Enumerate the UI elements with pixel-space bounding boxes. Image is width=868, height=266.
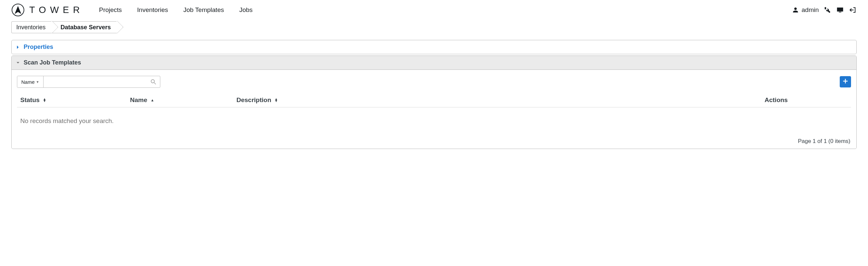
panel-properties-header[interactable]: Properties bbox=[12, 40, 856, 54]
panel-properties-title: Properties bbox=[24, 43, 53, 51]
breadcrumb: Inventories Database Servers bbox=[11, 21, 857, 33]
user-name: admin bbox=[802, 6, 819, 13]
logout-icon[interactable] bbox=[849, 6, 857, 14]
panel-scan-job-templates-header[interactable]: Scan Job Templates bbox=[12, 56, 856, 70]
panel-properties: Properties bbox=[11, 40, 857, 54]
chevron-down-icon: ▼ bbox=[36, 80, 39, 84]
brand-name: TOWER bbox=[29, 5, 84, 15]
plus-icon bbox=[842, 78, 849, 86]
portal-icon[interactable] bbox=[836, 6, 844, 14]
setup-icon[interactable] bbox=[824, 6, 831, 14]
panel-scan-job-templates-title: Scan Job Templates bbox=[24, 59, 81, 66]
caret-right-icon bbox=[16, 45, 20, 49]
svg-rect-1 bbox=[837, 8, 843, 12]
nav-job-templates[interactable]: Job Templates bbox=[183, 6, 224, 13]
column-status[interactable]: Status ▲▼ bbox=[20, 96, 130, 104]
current-user[interactable]: admin bbox=[792, 6, 819, 14]
sort-icon: ▲▼ bbox=[43, 98, 46, 102]
user-icon bbox=[792, 6, 800, 14]
nav-projects[interactable]: Projects bbox=[99, 6, 122, 13]
search-input[interactable] bbox=[47, 76, 150, 88]
column-actions: Actions bbox=[765, 96, 848, 104]
search-icon[interactable] bbox=[150, 78, 157, 85]
caret-down-icon bbox=[16, 62, 20, 64]
sort-icon: ▲▼ bbox=[275, 98, 278, 102]
breadcrumb-inventories[interactable]: Inventories bbox=[11, 21, 52, 33]
breadcrumb-current[interactable]: Database Servers bbox=[52, 21, 117, 33]
search-field-select[interactable]: Name ▼ bbox=[17, 76, 43, 88]
svg-line-4 bbox=[154, 83, 156, 85]
nav-jobs[interactable]: Jobs bbox=[239, 6, 252, 13]
logo-icon bbox=[11, 3, 25, 16]
svg-rect-2 bbox=[839, 12, 841, 13]
pagination-info: Page 1 of 1 (0 items) bbox=[17, 138, 851, 145]
brand-logo[interactable]: TOWER bbox=[11, 3, 84, 16]
empty-message: No records matched your search. bbox=[17, 107, 851, 138]
nav-inventories[interactable]: Inventories bbox=[137, 6, 168, 13]
add-button[interactable] bbox=[840, 76, 851, 88]
sort-asc-icon: ▲ bbox=[151, 99, 154, 101]
column-name[interactable]: Name ▲ bbox=[130, 96, 237, 104]
column-description[interactable]: Description ▲▼ bbox=[237, 96, 765, 104]
table-header: Status ▲▼ Name ▲ Description ▲▼ Actions bbox=[17, 96, 851, 107]
search-field-label: Name bbox=[21, 79, 35, 85]
svg-point-3 bbox=[151, 79, 154, 83]
panel-scan-job-templates: Scan Job Templates Name ▼ bbox=[11, 56, 857, 149]
